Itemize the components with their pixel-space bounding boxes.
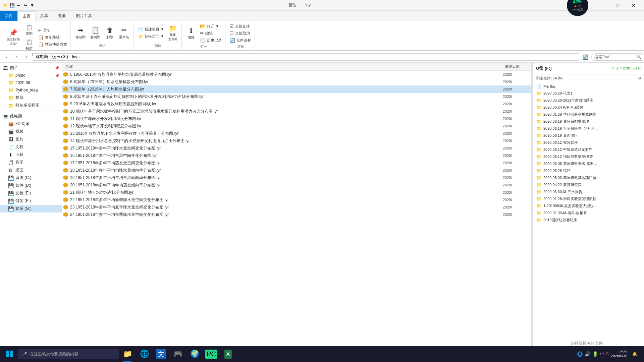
sidebar-item-d[interactable]: 💾 软件 (D:) [0,182,62,189]
volume-icon[interactable]: 🔊 [585,351,590,357]
new-item-button[interactable]: 📄 新建项目 ▼ [136,26,165,33]
path-part-drive[interactable]: 娱乐 (G:) [52,54,68,60]
sidebar-item-e[interactable]: 💾 文档 (E:) [0,189,62,197]
tab-share[interactable]: 共享 [36,11,53,21]
select-all-button[interactable]: ☑ 全部选择 [228,23,253,29]
minimize-button[interactable]: — [594,0,609,11]
table-row[interactable]: 23.1951-2018年多年平均夏季降水量空间变化分布图.lyr 2020/ [62,203,531,211]
back-button[interactable]: ‹ [3,53,11,61]
list-item[interactable]: 📁 2020.06.12-指标层数据整理-新 [533,153,644,160]
copy-button[interactable]: 📋 复制 [22,23,36,37]
sidebar-item-desktop[interactable]: 🖥 桌面 [0,166,62,174]
sidebar-item-docs[interactable]: 📄 文档 [0,143,62,151]
list-item[interactable]: 📁 2019国庆红歌赛纪念 [533,217,644,224]
sidebar-item-ords[interactable]: 📁 鄂尔多斯描图 [0,102,62,109]
table-row[interactable]: 5.1956~2016年各旗县多年平均水资源总量模数分布图.lyr 2020/ [62,71,531,78]
address-path[interactable]: 此电脑 › 娱乐 (G:) › lay › [33,53,579,61]
table-row[interactable]: 18.1951-2018年多年平均均降水量倾向率分布图.lyr 2020/ [62,167,531,174]
list-item[interactable]: 📁 2020.01.28-学科实验室管理流程... [533,195,644,202]
sidebar-item-downloads[interactable]: ⬇ 下载 [0,151,62,159]
list-item[interactable]: 📁 2020.06.19-车车保险单（7月车... [533,125,644,132]
sidebar-item-thispc[interactable]: 💻 此电脑 [0,112,62,120]
table-row[interactable]: 12.现状年地下水开发利用程度分布图.lyr 2020/ [62,122,531,130]
list-item[interactable]: 📁 2020.06.24-ICP-MS质保 [533,104,644,111]
sidebar-item-music[interactable]: 🎵 音乐 [0,159,62,166]
sidebar-item-2020-06[interactable]: 📁 2020-06 [0,79,62,86]
refresh-button[interactable]: 🔄 [581,53,589,61]
dropdown-icon[interactable]: ▼ [30,3,35,8]
notification-button[interactable]: 🔔 [629,346,640,362]
taskbar-app-chrome[interactable]: 🌍 [186,346,203,362]
table-row[interactable]: 11.现状年地表水开发利用程度分布图.lyr 2020/ [62,115,531,122]
list-item[interactable]: 📁 2020.03.30-M-三水报告 [533,188,644,195]
paste-shortcut-button[interactable]: 📋 粘贴快捷方式 [37,41,68,48]
tab-file[interactable]: 文件 [0,11,18,21]
list-item[interactable]: 📁 2020.06.12-安装软件 [533,139,644,146]
search-icon[interactable]: 🔍 [636,55,641,59]
list-item[interactable]: 📁 2020.05.03-草原煤电基地项目验... [533,174,644,181]
table-row[interactable]: 24.1951-2018年多年平均秋季降水量空间变化分布图.lyr 2020/ [62,211,531,218]
table-row[interactable]: 15.1951-2018年多年平均降水量空间变化分布图.lyr 2020/ [62,144,531,152]
history-button[interactable]: 🕐 历史记录 [199,37,223,44]
taskbar-app-edge[interactable]: 🌐 [136,346,152,362]
list-item[interactable]: 📁 1-20190830-重点实验室大型仪... [533,202,644,209]
table-row[interactable]: 6.现状年（2016年）用水总量模数分布图.lyr 2020/ [62,78,531,85]
copy-to-button[interactable]: 📋 复制到 [88,25,102,41]
table-row[interactable]: 22.1951-2018年多年平均春季降水量空间变化分布图.lyr 2020/ [62,196,531,203]
properties-button[interactable]: ℹ 属性 [184,25,198,41]
list-item[interactable]: 📁 2020.06.19-资环系档案整理 [533,118,644,125]
list-item[interactable]: 📁 2020.06.29-论文1 [533,90,644,97]
redo-icon[interactable]: ↪ [23,3,28,8]
tab-picture-tools[interactable]: 图片工具 [71,11,97,21]
tab-home[interactable]: 主页 [18,11,36,21]
table-row[interactable]: 19.1951-2018年多年平均年均气温倾向率分布图.lyr 2020/ [62,174,531,181]
col-header-name[interactable]: 名称 [63,64,503,69]
sidebar-item-pictures[interactable]: 🖼 图片 📌 [0,64,62,72]
table-row[interactable]: 7.现状年（2016年）人均用水量分布图.lyr 2020/ [62,85,531,93]
list-item[interactable]: 📁 2020.06.28-2021年度自治区高... [533,97,644,104]
list-item[interactable]: 📄 Phi Son [533,83,644,90]
edit-button[interactable]: ✏ 编辑 [199,30,223,37]
move-to-button[interactable]: ➡ 移动到 [73,25,88,41]
open-button[interactable]: 📂 打开 ▼ [199,23,223,29]
forward-button[interactable]: › [13,53,21,61]
start-button[interactable] [1,346,17,362]
tab-view[interactable]: 查看 [53,11,71,21]
sidebar-item-photo[interactable]: 📁 photo 📌 [0,72,62,79]
list-item[interactable]: 📁 2020.06.19-桌面(原) [533,132,644,139]
pin-to-quick-access-button[interactable]: 📌 固定到"快访问" [5,27,22,48]
cut-button[interactable]: ✂ 剪切 [37,27,68,34]
sidebar-item-3d[interactable]: 📦 3D 对象 [0,120,62,128]
sogou-icon[interactable]: S [606,352,609,356]
rename-button[interactable]: ✏ 重命名 [117,25,131,41]
taskbar-search[interactable]: 🎤 在这里输入你要搜索的内容 [18,349,119,359]
sidebar-item-c[interactable]: 💾 系统 (C:) [0,174,62,182]
taskbar-app-explorer[interactable]: 📁 [119,346,136,362]
list-item[interactable]: 📁 2020.06.12-中级职称认定材料 [533,146,644,153]
sidebar-item-g[interactable]: 💾 娱乐 (G:) [0,205,62,213]
sidebar-item-defense[interactable]: 📁 答辩 [0,94,62,102]
table-row[interactable]: 20.1951-2018年多年平均年均蒸发倾向率分布图.lyr 2020/ [62,181,531,189]
taskbar-app-excel[interactable]: X [220,346,236,362]
table-row[interactable]: 13.2016年各旗县地下水开发利用程度（可开采量）分布图.lyr 2020/ [62,130,531,137]
list-item[interactable]: 📁 2020.01.29-学科实验室规章制度 [533,111,644,118]
table-row[interactable]: 16.1951-2018年多年平均气温空间变化分布图.lyr 2020/ [62,152,531,159]
close-button[interactable]: ✕ [626,0,641,11]
sidebar-item-video[interactable]: 🎬 视频 [0,128,62,135]
copy-path-button[interactable]: 📋 复制路径 [37,34,68,41]
undo-icon[interactable]: ↩ [16,3,21,8]
sidebar-item-images[interactable]: 🖼 图片 [0,135,62,143]
deselect-all-button[interactable]: ☐ 全部取消 [228,30,253,37]
delete-button[interactable]: 🗑 删除 [103,25,116,41]
invert-selection-button[interactable]: 🔄 反向选择 [228,37,253,44]
table-row[interactable]: 14.现状年基于用水总量控制下的水资源开发利用潜力占比分布图.lyr 2020/ [62,137,531,144]
taskbar-app-app2[interactable]: 🎮 [170,346,186,362]
table-row[interactable]: 17.1951-2018年多年平均蒸发量空间变化分布图.lyr 2020/ [62,159,531,167]
table-row[interactable]: 9.2016年农田灌溉水有效利用系数控制目标线.lyr 2020/ [62,100,531,108]
list-item[interactable]: 📁 2020.06.06-草原煤电专著-需要... [533,160,644,167]
path-part-pc[interactable]: 此电脑 [36,54,48,60]
sidebar-item-f[interactable]: 💾 何萌 (F:) [0,197,62,205]
ime-icon[interactable]: 中 [600,351,604,357]
easy-access-button[interactable]: ⚡ 轻松访问 ▼ [136,33,165,40]
col-header-date[interactable]: 修改日期 [503,64,530,69]
